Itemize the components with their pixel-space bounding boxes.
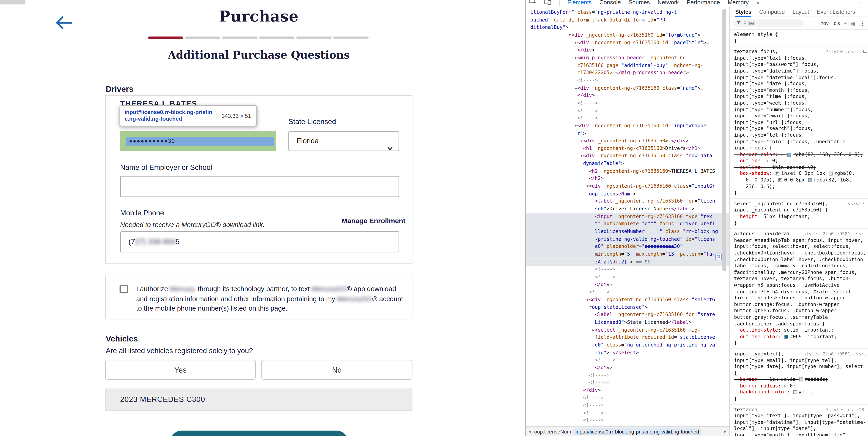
devtools-tab-console[interactable]: Console: [599, 0, 621, 5]
elements-code-line[interactable]: <!---->: [526, 379, 729, 387]
styles-filter-input[interactable]: Filter: [733, 20, 804, 27]
css-property-line[interactable]: outline: ▸ thin dotted \9;: [734, 164, 868, 171]
css-property-line[interactable]: outline-color: #069 !important;: [734, 334, 868, 340]
stylesheet-source-link[interactable]: *styles.css:18…: [823, 407, 867, 413]
color-swatch-icon[interactable]: [829, 172, 833, 176]
elements-code-line[interactable]: <h2 _ngcontent-ng-c71635160>THERESA L BA…: [526, 167, 729, 175]
elements-code-line[interactable]: ▸<mig-progression-header _ngcontent-ng-: [526, 54, 729, 62]
stylesheet-source-link[interactable]: *styles.css:18…: [823, 49, 867, 55]
stylesheet-source-link[interactable]: styles.2fb0…e9581.css:…: [801, 231, 867, 237]
elements-code-line[interactable]: ▾<div _ngcontent-ng-c71635160 class="inp…: [526, 183, 729, 190]
elements-code-line[interactable]: <!---->: [526, 274, 729, 281]
elements-code-line[interactable]: oup licenseNum">: [526, 190, 729, 198]
elements-code-line[interactable]: ▸<select _ngcontent-ng-c71635160 mig-: [526, 326, 729, 334]
devtools-tab-sources[interactable]: Sources: [628, 0, 650, 5]
consent-checkbox[interactable]: [120, 285, 128, 293]
elements-code-line[interactable]: <!---->: [526, 394, 729, 402]
elements-code-line[interactable]: <!---->: [526, 417, 729, 425]
color-swatch-icon[interactable]: [799, 378, 803, 381]
styles-toggle-cls[interactable]: .cls: [833, 20, 840, 26]
elements-code-line[interactable]: </div>: [526, 364, 729, 372]
sidebar-tab-computed[interactable]: Computed: [759, 7, 785, 17]
css-property-line[interactable]: box-shadow: inset 0 1px 1px rgba(0,: [734, 171, 868, 177]
color-swatch-icon[interactable]: [793, 391, 797, 394]
elements-code-line[interactable]: <!---->: [526, 107, 729, 115]
css-property-line[interactable]: outline-style: solid !important;: [734, 327, 868, 334]
elements-scrollbar-thumb[interactable]: [722, 9, 726, 271]
elements-code-line[interactable]: ▾<div _ngcontent-ng-c71635160 id="formGr…: [526, 32, 729, 39]
grid-icon[interactable]: ▦: [850, 20, 856, 26]
devtools-tab-network[interactable]: Network: [658, 0, 679, 5]
inspect-element-icon[interactable]: [529, 0, 536, 7]
breadcrumb-item[interactable]: input#license0.rr-block.ng-pristine.ng-v…: [574, 428, 701, 435]
css-property-line[interactable]: height: 51px !important;: [734, 214, 868, 220]
elements-code-line[interactable]: lid">…</select>: [526, 349, 729, 356]
sidebar-tab-event-listeners[interactable]: Event Listeners: [817, 7, 855, 17]
elements-code-line[interactable]: dynamicTable">: [526, 160, 729, 167]
devtools-tab-elements[interactable]: Elements: [567, 0, 592, 5]
styles-toggle-[interactable]: +: [844, 20, 847, 26]
stylesheet-source-link[interactable]: styles.2fb0…e9581.css:…: [801, 351, 867, 357]
elements-code-line[interactable]: </h2>: [526, 175, 729, 183]
elements-code-line[interactable]: ▸<div _ngcontent-ng-c71635160>…</div>: [526, 137, 729, 145]
elements-code-line[interactable]: ouched" data-di-form-track data-di-form-…: [526, 17, 729, 24]
elements-code-line[interactable]: itionalBuyForm" class="ng-pristine ng-in…: [526, 9, 729, 17]
elements-code-line[interactable]: <h1 _ngcontent-ng-c71635160>Drivers</h1>: [526, 145, 729, 152]
node-menu-dots-icon[interactable]: …: [526, 215, 531, 220]
elements-code-line[interactable]: d0" class="ng-untouched ng-pristine ng-v…: [526, 341, 729, 349]
elements-code-line[interactable]: <!---->: [526, 77, 729, 85]
breadcrumb-scroll-right-icon[interactable]: ▸: [723, 429, 727, 434]
back-button[interactable]: [55, 15, 72, 30]
color-swatch-icon[interactable]: [787, 153, 791, 157]
elements-code-line[interactable]: r">: [526, 130, 729, 137]
elements-code-line[interactable]: <!---->: [526, 409, 729, 417]
continue-button-partial[interactable]: [170, 431, 348, 436]
elements-code-line[interactable]: <!---->: [526, 115, 729, 122]
shadow-swatch-icon[interactable]: [776, 172, 780, 176]
elements-code-line[interactable]: zA-Z]\d{12}"> == $0: [526, 258, 729, 266]
devtools-tab-performance[interactable]: Performance: [687, 0, 720, 5]
employer-input[interactable]: [120, 176, 399, 197]
elements-code-line[interactable]: c1730422205>…</mig-progression-header>: [526, 69, 729, 77]
css-property-line[interactable]: 236, 0.6);: [734, 184, 868, 190]
more-tabs-icon[interactable]: »: [756, 0, 759, 5]
sidebar-tab-layout[interactable]: Layout: [793, 7, 809, 17]
state-licensed-select[interactable]: Florida: [288, 131, 399, 151]
elements-code-line[interactable]: <!---->: [526, 372, 729, 379]
elements-code-line[interactable]: ▾<div _ngcontent-ng-c71635160 id="inputW…: [526, 122, 729, 130]
elements-code-line[interactable]: <!---->: [526, 266, 729, 274]
mobile-phone-input[interactable]: (727) 338-9645: [120, 231, 399, 252]
shadow-swatch-icon[interactable]: [778, 178, 782, 182]
elements-code-line[interactable]: -pristine ng-valid ng-touched" id="licen…: [526, 236, 729, 243]
elements-code-line[interactable]: Licensed0">State Licensed</label>: [526, 319, 729, 326]
manage-enrollment-link[interactable]: Manage Enrollment: [342, 217, 405, 225]
elements-code-line[interactable]: <label _ngcontent-ng-c71635160 for="stat…: [526, 311, 729, 319]
elements-code-line[interactable]: <!---->: [526, 402, 729, 409]
elements-code-line[interactable]: se0">Driver License Number</label>: [526, 205, 729, 213]
elements-code-line[interactable]: field-attribute required id="stateLicens…: [526, 334, 729, 341]
elements-code-line[interactable]: e0" placeholder="●●●●●●●●●●30": [526, 243, 729, 251]
breadcrumb-item[interactable]: oup.licenseNum: [532, 428, 574, 435]
elements-code-line[interactable]: ▾<div _ngcontent-ng-c71635160 class="sel…: [526, 296, 729, 304]
elements-code-line[interactable]: </div>: [526, 387, 729, 394]
color-swatch-icon[interactable]: [808, 178, 812, 182]
elements-code-line[interactable]: <!---->: [526, 99, 729, 107]
elements-code-line[interactable]: <!---->: [526, 356, 729, 364]
license-number-input[interactable]: ●●●●●●●●●●30: [129, 138, 175, 144]
styles-toggle-hov[interactable]: :hov: [819, 20, 829, 26]
css-property-line[interactable]: border-radius: ▸ 0;: [734, 383, 868, 389]
elements-code-line[interactable]: </div>: [526, 92, 729, 99]
css-property-line[interactable]: border: ▸ 1px solid #dbdbdb;: [734, 376, 868, 383]
no-button[interactable]: No: [261, 360, 412, 380]
elements-code-line[interactable]: t" autocomplete="off" focus="driver.pref…: [526, 220, 729, 228]
elements-code-line[interactable]: ▾<div _ngcontent-ng-c71635160 class="row…: [526, 152, 729, 160]
device-toolbar-icon[interactable]: [544, 0, 551, 7]
devtools-menu-icon[interactable]: ⋮: [858, 0, 866, 4]
more-icon[interactable]: ⋮: [860, 20, 865, 26]
color-swatch-icon[interactable]: [784, 335, 788, 339]
sidebar-tab-styles[interactable]: Styles: [735, 7, 751, 17]
breadcrumb-scroll-left-icon[interactable]: ◂: [528, 429, 532, 434]
elements-code-line[interactable]: minlength="5" maxlength="13" pattern="[a…: [526, 251, 729, 258]
yes-button[interactable]: Yes: [105, 360, 256, 380]
elements-code-line[interactable]: c71635160 page="additional-buy" _nghost-…: [526, 62, 729, 69]
